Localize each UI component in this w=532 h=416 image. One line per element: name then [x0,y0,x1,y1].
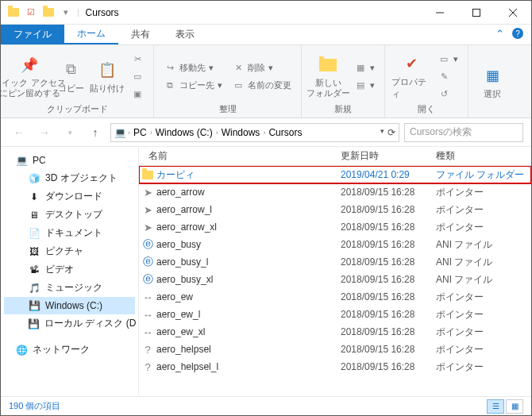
file-row[interactable]: カービィ2019/04/21 0:29ファイル フォルダー [139,166,531,183]
tree-item[interactable]: 📄ドキュメント [4,224,135,242]
tree-item[interactable]: ⬇ダウンロード [4,187,135,206]
ribbon-collapse-icon[interactable]: ⌃ [495,28,504,40]
navbar: ← → ▾ ↑ 💻 › PC › Windows (C:) › Windows … [1,118,531,147]
paste-button[interactable]: 📋 貼り付け [90,59,125,94]
group-label-clipboard: クリップボード [7,104,147,116]
help-icon[interactable]: ? [512,28,523,39]
address-dropdown-icon[interactable]: ▾ [380,127,384,138]
delete-button[interactable]: ✕削除 ▾ [229,59,295,76]
column-name[interactable]: 名前 [139,149,341,163]
file-row[interactable]: ⓔaero_busy_xl2018/09/15 16:28ANI ファイル [139,271,531,288]
tree-item[interactable]: 📽ビデオ [4,260,135,279]
tree-item[interactable]: 💾Windows (C:) [4,297,135,314]
file-date: 2018/09/15 16:28 [341,344,436,355]
tree-item-icon: 🎵 [28,282,40,295]
open-button[interactable]: ▭▾ [434,50,461,67]
tree-item[interactable]: 🖼ピクチャ [4,242,135,260]
file-row[interactable]: ⓔaero_busy_l2018/09/15 16:28ANI ファイル [139,253,531,271]
recent-dropdown[interactable]: ▾ [60,122,80,143]
file-row[interactable]: ↔aero_ew_l2018/09/15 16:28ポインター [139,306,531,323]
move-icon: ↪ [164,63,176,73]
edit-icon: ✎ [438,71,450,82]
file-date: 2018/09/15 16:28 [341,274,436,285]
file-row[interactable]: ⓔaero_busy2018/09/15 16:28ANI ファイル [139,236,531,253]
file-name: aero_ew_xl [156,326,341,337]
file-type: ポインター [436,343,531,356]
copy-path-button[interactable]: ▭ [128,67,147,85]
cut-icon: ✂ [131,54,144,64]
view-details-button[interactable]: ☰ [487,399,504,414]
file-row[interactable]: ➤aero_arrow_l2018/09/15 16:28ポインター [139,201,531,218]
tree-item[interactable]: 🖥デスクトップ [4,206,135,224]
new-folder-button[interactable]: 新しい フォルダー [308,54,348,98]
copy-button[interactable]: ⧉ コピー [55,59,87,94]
move-to-button[interactable]: ↪移動先 ▾ [160,59,226,76]
file-type: ポインター [436,186,531,199]
column-date[interactable]: 更新日時 [341,149,436,163]
checkbox-icon[interactable]: ☑ [25,6,37,19]
new-item-button[interactable]: ▦▾ [351,59,378,76]
tree-pc[interactable]: 💻PC [4,152,135,169]
tree-network[interactable]: 🌐ネットワーク [4,341,135,359]
file-name: aero_arrow_l [156,204,341,215]
forward-button[interactable]: → [34,122,55,143]
qat-dropdown-icon[interactable]: ▾ [60,6,72,19]
file-date: 2018/09/15 16:28 [341,326,436,337]
breadcrumb-segment[interactable]: Windows [220,127,262,138]
file-row[interactable]: ➤aero_arrow_xl2018/09/15 16:28ポインター [139,218,531,236]
tab-share[interactable]: 共有 [118,25,163,44]
select-button[interactable]: ▦ 選択 [475,64,510,100]
tree-item[interactable]: 💾ローカル ディスク (D [4,314,135,333]
maximize-button[interactable] [458,1,495,25]
file-row[interactable]: ?aero_helpsel_l2018/09/15 16:28ポインター [139,358,531,376]
file-icon: ⓔ [139,272,156,287]
file-type: ポインター [436,325,531,339]
file-date: 2018/09/15 16:28 [341,256,436,268]
tab-home[interactable]: ホーム [64,25,118,44]
path-icon: ▭ [131,71,144,82]
history-button[interactable]: ↺ [434,85,461,102]
file-date: 2018/09/15 16:28 [341,309,436,320]
tree-item[interactable]: 🎵ミュージック [4,279,135,297]
file-name: aero_busy_xl [156,274,341,285]
rename-button[interactable]: ▭名前の変更 [229,76,295,94]
tree-item-icon: 💾 [28,299,40,312]
tree-item[interactable]: 🧊3D オブジェクト [4,169,135,187]
file-icon: ➤ [139,221,156,233]
close-button[interactable] [495,1,531,25]
file-icon: ➤ [139,204,156,216]
file-date: 2018/09/15 16:28 [341,221,436,233]
file-row[interactable]: ↔aero_ew2018/09/15 16:28ポインター [139,288,531,306]
paste-shortcut-button[interactable]: ▣ [128,85,147,102]
file-name: aero_helpsel [156,344,341,355]
file-row[interactable]: ?aero_helpsel2018/09/15 16:28ポインター [139,341,531,358]
file-name: aero_busy [156,239,341,250]
file-date: 2018/09/15 16:28 [341,361,436,372]
file-row[interactable]: ↔aero_ew_xl2018/09/15 16:28ポインター [139,323,531,341]
tab-file[interactable]: ファイル [1,25,64,44]
copy-to-button[interactable]: ⧉コピー先 ▾ [160,76,226,94]
up-button[interactable]: ↑ [85,122,106,143]
address-bar[interactable]: 💻 › PC › Windows (C:) › Windows › Cursor… [110,123,399,142]
refresh-icon[interactable]: ⟳ [387,127,395,138]
tab-view[interactable]: 表示 [163,25,207,44]
file-row[interactable]: ➤aero_arrow2018/09/15 16:28ポインター [139,183,531,201]
cut-button[interactable]: ✂ [128,50,147,67]
breadcrumb-segment[interactable]: Cursors [267,127,303,138]
pin-to-quick-access-button[interactable]: 📌 クイック アクセス にピン留めする [7,54,52,98]
edit-button[interactable]: ✎ [434,67,461,85]
file-icon [139,171,156,179]
easy-access-button[interactable]: ▤▾ [351,76,378,94]
properties-button[interactable]: ✔ プロパティ [391,52,431,100]
breadcrumb-segment[interactable]: Windows (C:) [154,127,214,138]
column-type[interactable]: 種類 [436,149,531,163]
minimize-button[interactable] [422,1,458,25]
statusbar: 190 個の項目 ☰ ▦ [1,396,531,415]
breadcrumb-segment[interactable]: PC [132,127,148,138]
pin-icon: 📌 [18,54,40,76]
view-icons-button[interactable]: ▦ [506,399,523,414]
select-icon: ▦ [481,64,503,87]
search-input[interactable]: Cursorsの検索 [404,123,523,142]
file-list: 名前 更新日時 種類 カービィ2019/04/21 0:29ファイル フォルダー… [139,147,531,395]
back-button[interactable]: ← [9,122,29,143]
